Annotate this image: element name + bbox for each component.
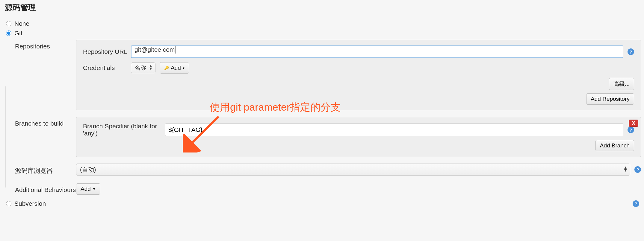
additional-behaviours-row: Additional Behaviours Add ▼ <box>8 181 644 196</box>
branch-specifier-label: Branch Specifier (blank for 'any') <box>83 123 165 137</box>
add-repository-button[interactable]: Add Repository <box>586 93 634 105</box>
help-icon[interactable]: ? <box>628 48 634 55</box>
branch-specifier-row: Branch Specifier (blank for 'any') ? <box>83 123 634 137</box>
radio-subversion[interactable] <box>6 201 11 206</box>
help-icon[interactable]: ? <box>633 200 639 207</box>
repo-box-footer-2: Add Repository <box>83 93 634 105</box>
credentials-select[interactable]: 名称 ▲▼ <box>131 62 155 73</box>
branches-label: Branches to build <box>15 117 76 127</box>
key-icon: 🔑 <box>164 66 169 70</box>
section-title: 源码管理 <box>0 0 644 19</box>
repo-browser-row: 源码库浏览器 (自动) ▲▼ ? <box>8 162 644 177</box>
repo-url-row: Repository URL git@gitee.com ? <box>83 45 634 58</box>
help-icon[interactable]: ? <box>628 126 634 133</box>
repo-box-footer-1: 高级... <box>83 78 634 90</box>
additional-behaviours-label: Additional Behaviours <box>15 183 76 193</box>
dropdown-caret-icon: ▼ <box>93 187 96 191</box>
repository-box: ? Repository URL git@gitee.com ? Credent… <box>76 40 641 110</box>
delete-branch-button[interactable]: X <box>629 120 638 127</box>
chevron-updown-icon: ▲▼ <box>149 65 153 70</box>
add-label: Add <box>81 186 91 192</box>
radio-git[interactable] <box>6 30 11 36</box>
repo-browser-select[interactable]: (自动) ▲▼ <box>76 164 630 176</box>
credentials-label: Credentials <box>83 64 131 71</box>
repo-url-label: Repository URL <box>83 48 131 55</box>
scm-option-none[interactable]: None <box>6 19 644 28</box>
scm-option-subversion[interactable]: Subversion ? <box>6 199 644 208</box>
radio-subversion-label: Subversion <box>14 200 46 207</box>
radio-none[interactable] <box>6 21 11 26</box>
credentials-row: Credentials 名称 ▲▼ 🔑 Add ▾ <box>83 62 634 74</box>
radio-git-label: Git <box>14 30 22 37</box>
add-behaviour-button[interactable]: Add ▼ <box>76 183 100 195</box>
scm-radio-group-bottom: Subversion ? <box>0 199 644 208</box>
help-icon[interactable]: ? <box>634 166 641 173</box>
dropdown-caret-icon: ▾ <box>183 66 185 70</box>
add-credentials-button[interactable]: 🔑 Add ▾ <box>160 62 189 74</box>
add-branch-button[interactable]: Add Branch <box>595 140 634 151</box>
branches-row: Branches to build X Branch Specifier (bl… <box>8 115 644 159</box>
branch-box: X Branch Specifier (blank for 'any') ? A… <box>76 117 641 157</box>
credentials-selected: 名称 <box>135 64 146 72</box>
repositories-label: Repositories <box>15 40 76 50</box>
repositories-row: Repositories ? Repository URL git@gitee.… <box>8 38 644 112</box>
repo-browser-label: 源码库浏览器 <box>15 164 76 175</box>
text-caret <box>176 46 176 54</box>
scm-radio-group: None Git <box>0 19 644 38</box>
add-cred-label: Add <box>171 65 181 71</box>
repo-browser-selected: (自动) <box>80 166 96 174</box>
scm-option-git[interactable]: Git <box>6 28 644 38</box>
branch-specifier-input[interactable] <box>165 123 623 136</box>
advanced-button[interactable]: 高级... <box>609 78 634 90</box>
chevron-updown-icon: ▲▼ <box>623 166 628 172</box>
branch-box-footer: Add Branch <box>83 140 634 151</box>
section-divider <box>5 86 6 187</box>
git-config-block: Repositories ? Repository URL git@gitee.… <box>4 38 644 196</box>
repo-url-input[interactable]: git@gitee.com <box>131 45 623 58</box>
radio-none-label: None <box>14 20 29 27</box>
